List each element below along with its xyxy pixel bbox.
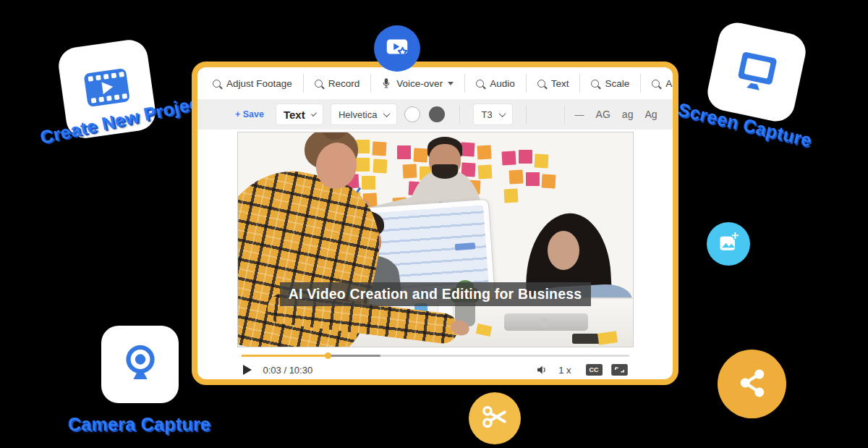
chevron-down-icon	[383, 110, 391, 117]
text-style-value: Text	[284, 109, 305, 121]
menu-audio[interactable]: Audio	[465, 67, 526, 99]
scissors-icon	[479, 401, 511, 436]
menu-label: Scale	[605, 78, 629, 89]
menu-label: Voice-over	[396, 78, 443, 89]
font-dropdown[interactable]: Helvetica	[331, 103, 397, 125]
search-icon	[652, 80, 660, 88]
chevron-down-icon	[311, 111, 317, 117]
search-icon	[315, 80, 323, 88]
cc-button[interactable]: CC	[586, 364, 603, 376]
fullscreen-button[interactable]	[611, 364, 628, 376]
menu-scale[interactable]: Scale	[580, 67, 640, 99]
case-none-button[interactable]: —	[575, 109, 584, 120]
menu-label: Record	[328, 78, 360, 89]
save-button[interactable]: + Save	[235, 109, 264, 119]
menu-animation[interactable]: Animation	[641, 67, 678, 99]
menu-text[interactable]: Text	[527, 67, 580, 99]
microphone-icon	[382, 77, 391, 89]
video-caption: AI Video Creation and Editing for Busine…	[280, 282, 591, 306]
progress-played	[242, 355, 329, 357]
text-size-value: T3	[481, 109, 492, 120]
video-editor-window: Adjust Footage Record Voice-over	[192, 62, 678, 385]
text-style-dropdown[interactable]: Text	[276, 103, 323, 125]
divider	[564, 105, 565, 124]
progress-bar[interactable]	[242, 355, 629, 357]
webcam-icon	[116, 339, 164, 390]
uppercase-button[interactable]: AG	[596, 109, 610, 120]
text-size-dropdown[interactable]: T3	[473, 103, 512, 125]
play-button[interactable]	[243, 365, 252, 375]
color-swatch-dark[interactable]	[429, 106, 445, 122]
cut-badge[interactable]	[469, 392, 521, 444]
add-image-badge[interactable]	[707, 222, 750, 266]
search-icon	[476, 80, 484, 88]
capitalize-button[interactable]: Ag	[644, 109, 657, 120]
search-icon	[537, 80, 545, 88]
menu-label: Audio	[490, 78, 515, 89]
lowercase-button[interactable]: ag	[622, 109, 634, 120]
menu-label: Adjust Footage	[226, 78, 292, 89]
menu-voice-over[interactable]: Voice-over	[371, 67, 464, 99]
search-icon	[591, 80, 599, 88]
menu-record[interactable]: Record	[304, 67, 371, 99]
format-toolbar: + Save Text Helvetica T3 — AG ag	[197, 99, 673, 130]
caret-down-icon	[448, 82, 454, 85]
player-bar: 0:03 / 10:30 1 x CC	[237, 355, 634, 376]
playback-speed[interactable]: 1 x	[558, 365, 571, 376]
color-swatch-white[interactable]	[404, 106, 420, 122]
font-value: Helvetica	[339, 109, 377, 120]
divider	[459, 105, 460, 124]
top-menu-bar: Adjust Footage Record Voice-over	[197, 67, 673, 99]
menu-label: Animation	[665, 78, 678, 89]
video-star-icon	[383, 33, 411, 64]
share-badge[interactable]	[718, 350, 786, 418]
monitor-icon	[726, 40, 788, 104]
video-star-badge[interactable]	[374, 25, 420, 72]
menu-adjust-footage[interactable]: Adjust Footage	[202, 67, 303, 99]
image-add-icon	[715, 229, 741, 258]
video-frame[interactable]: AI Video Creation and Editing for Busine…	[237, 132, 634, 347]
camera-capture-app-card[interactable]	[101, 326, 179, 403]
share-icon	[733, 364, 771, 405]
search-icon	[213, 80, 221, 88]
progress-knob[interactable]	[325, 352, 331, 359]
chevron-down-icon	[498, 110, 506, 117]
camera-capture-label: Camera Capture	[68, 414, 210, 435]
player-controls: 0:03 / 10:30 1 x CC	[237, 363, 634, 376]
divider	[526, 105, 527, 124]
stage: Create New Project Screen Capture	[0, 0, 868, 448]
menu-label: Text	[551, 78, 569, 89]
volume-icon[interactable]	[535, 363, 548, 376]
time-display: 0:03 / 10:30	[263, 365, 313, 376]
